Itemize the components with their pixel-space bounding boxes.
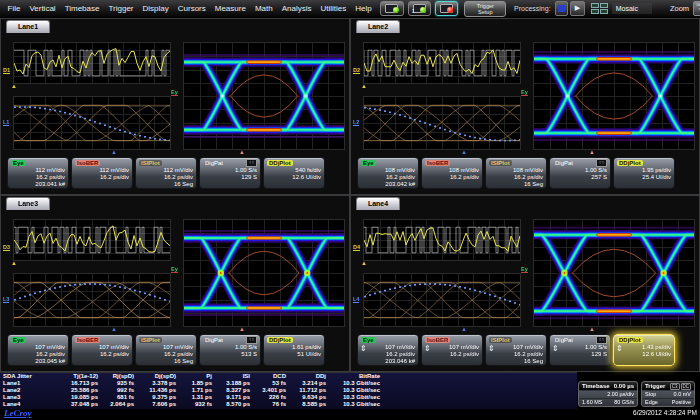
descriptor-value: 1.43 ps/div xyxy=(617,344,671,351)
ddjplot-descriptor-box[interactable]: DDjPlot1.61 ps/div51 UI/div xyxy=(263,334,325,366)
lane-tab[interactable]: Lane2 xyxy=(356,20,400,33)
table-cell: 10.3 Gbit/sec xyxy=(328,387,382,394)
descriptor-value: 1.00 S/s xyxy=(203,167,257,174)
pattern-waveform-plot[interactable] xyxy=(13,42,171,84)
ddjplot-descriptor-box[interactable]: DDjPlot1.43 ps/div12.6 UI/div xyxy=(613,334,675,366)
ddjplot-descriptor-box[interactable]: DDjPlot540 fs/div12.6 UI/div xyxy=(263,157,325,189)
isiplot-descriptor-box[interactable]: ISIPlot112 mV/div16.2 ps/div16 Seg xyxy=(135,157,197,189)
table-cell: 11.436 ps xyxy=(136,387,178,394)
descriptor-value: 1.00 S/s xyxy=(553,344,607,351)
descriptor-row: Eye107 mV/div16.2 ps/div203.046 k#IsoBER… xyxy=(357,334,675,366)
descriptor-value: 16.2 ps/div xyxy=(139,351,193,358)
menu-item-measure[interactable]: Measure xyxy=(210,2,250,15)
menu-item-help[interactable]: Help xyxy=(351,2,376,15)
descriptor-head: ISIPlot xyxy=(489,159,543,167)
eye-diagram-plot[interactable] xyxy=(533,219,695,327)
eye-descriptor-box[interactable]: Eye107 mV/div16.2 ps/div203.045 k# xyxy=(7,334,69,366)
isi-plot[interactable] xyxy=(13,96,171,150)
acquisition-stop-button[interactable] xyxy=(435,1,458,16)
lane-tab[interactable]: Lane4 xyxy=(356,197,400,210)
zoom-label: Zoom xyxy=(670,4,689,13)
isiplot-descriptor-box[interactable]: ISIPlot108 mV/div16.2 ps/div16 Seg xyxy=(485,157,547,189)
descriptor-value: 51 UI/div xyxy=(267,351,321,358)
descriptor-value: 107 mV/div xyxy=(425,344,479,351)
digpat-icon xyxy=(246,159,257,167)
eye-descriptor-box[interactable]: Eye108 mV/div16.2 ps/div203.042 k# xyxy=(357,157,419,189)
processing-stop-button[interactable] xyxy=(555,1,569,16)
eye-diagram-plot[interactable] xyxy=(183,219,345,327)
acquisition-normal-button[interactable] xyxy=(380,1,403,16)
menu-item-timebase[interactable]: Timebase xyxy=(60,2,104,15)
table-cell: Lane2 xyxy=(0,387,58,394)
eye-diagram-plot[interactable] xyxy=(533,42,695,150)
descriptor-value: 16.2 ps/div xyxy=(425,174,479,181)
eye-descriptor-box[interactable]: Eye112 mV/div16.2 ps/div203.041 k# xyxy=(7,157,69,189)
descriptor-value: 16.2 ps/div xyxy=(361,351,415,358)
mosaic-grid-icon[interactable] xyxy=(591,3,608,14)
isiplot-descriptor-box[interactable]: ISIPlot107 mV/div16.2 ps/div16 Seg xyxy=(135,334,197,366)
table-cell: 932 fs xyxy=(178,401,214,408)
isober-descriptor-box[interactable]: IsoBER107 mV/div16.2 ps/div xyxy=(421,334,483,366)
move-arrows-icon xyxy=(616,344,623,353)
pattern-waveform-plot[interactable] xyxy=(13,219,171,261)
eye-descriptor-box[interactable]: Eye107 mV/div16.2 ps/div203.046 k# xyxy=(357,334,419,366)
table-header-cell: Tj(1e-12) xyxy=(58,373,100,380)
menu-item-math[interactable]: Math xyxy=(250,2,277,15)
descriptor-head: DDjPlot xyxy=(267,159,321,167)
descriptor-value: 16 Seg xyxy=(489,181,543,188)
mosaic-select[interactable]: Mosaic xyxy=(612,3,652,14)
descriptor-value: 129 S xyxy=(203,174,257,181)
isiplot-descriptor-box[interactable]: ISIPlot107 mV/div16.2 ps/div16 Seg xyxy=(485,334,547,366)
pattern-trace-label: D4 xyxy=(353,244,360,251)
table-cell: 935 fs xyxy=(100,380,136,387)
descriptor-value: 1.95 ps/div xyxy=(617,167,671,174)
descriptor-head: IsoBER xyxy=(75,336,129,344)
pattern-trace-label: D3 xyxy=(3,244,10,251)
digpat-descriptor-box[interactable]: DigPat1.00 S/s513 S xyxy=(199,334,261,366)
menu-item-file[interactable]: File xyxy=(3,2,25,15)
isober-descriptor-box[interactable]: IsoBER108 mV/div16.2 ps/div xyxy=(421,157,483,189)
descriptor-value: 16.2 ps/div xyxy=(139,174,193,181)
descriptor-value: 107 mV/div xyxy=(361,344,415,351)
trigger-descriptor[interactable]: Trigger C3DC Stop 0.0 mV Edge Positive xyxy=(641,381,695,407)
undo-button[interactable]: Undo xyxy=(693,1,700,16)
menu-item-display[interactable]: Display xyxy=(138,2,173,15)
descriptor-value: 257 S xyxy=(553,174,607,181)
menu-item-trigger[interactable]: Trigger xyxy=(104,2,138,15)
lecroy-logo[interactable]: LeCroy xyxy=(4,408,32,418)
table-header-cell: BitRate xyxy=(328,373,382,380)
lane-tab[interactable]: Lane3 xyxy=(6,197,50,210)
pattern-waveform-plot[interactable] xyxy=(363,42,521,84)
menu-item-analysis[interactable]: Analysis xyxy=(277,2,316,15)
isi-plot[interactable] xyxy=(13,273,171,327)
table-cell: Lane4 xyxy=(0,401,58,408)
ddjplot-descriptor-box[interactable]: DDjPlot1.95 ps/div25.4 UI/div xyxy=(613,157,675,189)
acquisition-single-button[interactable]: 1 xyxy=(408,1,431,16)
eye-diagram-plot[interactable] xyxy=(183,42,345,150)
isober-descriptor-box[interactable]: IsoBER107 mV/div16.2 ps/div xyxy=(71,334,133,366)
table-cell: 9.634 ps xyxy=(288,394,328,401)
isi-plot[interactable] xyxy=(363,96,521,150)
lane-tab[interactable]: Lane1 xyxy=(6,20,50,33)
menu-item-vertical[interactable]: Vertical xyxy=(25,2,60,15)
processing-play-button[interactable]: ▶ xyxy=(570,1,585,16)
isi-plot[interactable] xyxy=(363,273,521,327)
digpat-descriptor-box[interactable]: DigPat1.00 S/s257 S xyxy=(549,157,611,189)
descriptor-value: 108 mV/div xyxy=(361,167,415,174)
digpat-descriptor-box[interactable]: DigPat1.00 S/s129 S xyxy=(199,157,261,189)
isi-trace-label: L1 xyxy=(3,119,9,126)
menu-item-utilities[interactable]: Utilities xyxy=(316,2,351,15)
isober-descriptor-box[interactable]: IsoBER112 mV/div16.2 ps/div xyxy=(71,157,133,189)
timebase-descriptor[interactable]: Timebase 0.00 µs 2.00 µs/div 1.60 MS 80 … xyxy=(578,381,638,407)
descriptor-value: 108 mV/div xyxy=(425,167,479,174)
table-row: Lane319.085 ps681 fs9.375 ps1.31 ps9.171… xyxy=(0,394,577,401)
descriptor-value: 16.2 ps/div xyxy=(489,351,543,358)
trigger-setup-button[interactable]: Trigger Setup xyxy=(464,1,506,17)
lane-quadrant-2: Lane2D2L2EyEye108 mV/div16.2 ps/div203.0… xyxy=(350,18,700,195)
menu-item-cursors[interactable]: Cursors xyxy=(173,2,210,15)
ddjplot-label: DDjPlot xyxy=(617,160,643,166)
descriptor-head: Eye xyxy=(361,336,415,344)
pattern-waveform-plot[interactable] xyxy=(363,219,521,261)
digpat-descriptor-box[interactable]: DigPat1.00 S/s129 S xyxy=(549,334,611,366)
digpat-icon xyxy=(596,336,607,344)
